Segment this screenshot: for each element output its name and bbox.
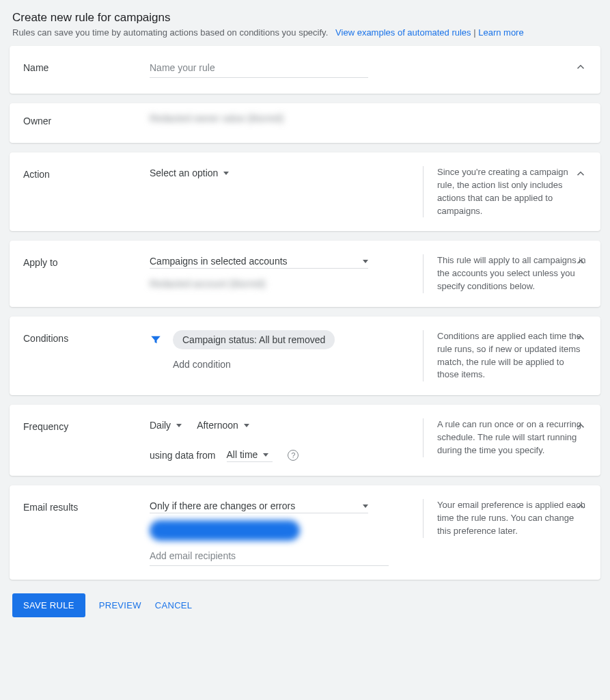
frequency-label: Frequency	[23, 418, 150, 432]
cancel-button[interactable]: CANCEL	[155, 600, 193, 610]
chevron-up-icon[interactable]	[574, 420, 587, 432]
footer-actions: SAVE RULE PREVIEW CANCEL	[10, 589, 600, 617]
email-pref-select[interactable]: Only if there are changes or errors	[150, 499, 368, 513]
card-action: Action Select an option Since you're cre…	[10, 152, 600, 231]
frequency-period-label: Daily	[150, 420, 171, 431]
link-learn-more[interactable]: Learn more	[478, 27, 523, 38]
frequency-time-label: Afternoon	[197, 420, 238, 431]
card-apply-to: Apply to Campaigns in selected accounts …	[10, 241, 600, 307]
caret-down-icon	[263, 453, 268, 457]
data-range-select[interactable]: All time	[227, 448, 273, 462]
link-view-examples[interactable]: View examples of automated rules	[335, 27, 471, 38]
chevron-up-icon[interactable]	[574, 332, 587, 344]
chevron-up-icon[interactable]	[574, 500, 587, 513]
subtitle-text: Rules can save you time by automating ac…	[12, 27, 328, 38]
conditions-help: Conditions are applied each time the rul…	[423, 330, 587, 381]
caret-down-icon	[363, 260, 368, 263]
email-pref-label: Only if there are changes or errors	[150, 500, 295, 511]
action-help: Since you're creating a campaign rule, t…	[423, 166, 587, 217]
email-help: Your email preference is applied each ti…	[423, 499, 587, 538]
apply-to-selected-value: Redacted account (blurred)	[150, 278, 266, 289]
chevron-up-icon[interactable]	[574, 167, 587, 180]
save-rule-button[interactable]: SAVE RULE	[12, 593, 85, 617]
caret-down-icon	[223, 172, 229, 175]
owner-value: Redacted owner value (blurred)	[150, 113, 283, 124]
chevron-up-icon[interactable]	[574, 61, 587, 73]
action-select-label: Select an option	[150, 167, 218, 178]
caret-down-icon	[244, 424, 249, 427]
name-label: Name	[23, 59, 150, 73]
caret-down-icon	[176, 424, 182, 427]
apply-to-help: This rule will apply to all campaigns in…	[423, 254, 587, 293]
condition-chip[interactable]: Campaign status: All but removed	[173, 330, 335, 349]
page-title: Create new rule for campaigns	[12, 11, 598, 25]
frequency-help: A rule can run once or on a recurring sc…	[423, 418, 587, 457]
using-data-from-label: using data from	[150, 450, 216, 461]
email-label: Email results	[23, 499, 150, 513]
add-condition-button[interactable]: Add condition	[173, 359, 409, 370]
card-owner: Owner Redacted owner value (blurred)	[10, 103, 600, 143]
conditions-label: Conditions	[23, 330, 150, 344]
action-label: Action	[23, 166, 150, 180]
card-email-results: Email results Only if there are changes …	[10, 485, 600, 580]
card-frequency: Frequency Daily Afternoon usi	[10, 405, 600, 476]
frequency-period-select[interactable]: Daily	[150, 418, 182, 433]
name-input[interactable]	[150, 59, 368, 78]
page-header: Create new rule for campaigns Rules can …	[10, 7, 600, 46]
owner-label: Owner	[23, 113, 150, 126]
chevron-up-icon[interactable]	[574, 256, 587, 268]
card-conditions: Conditions Campaign status: All but remo…	[10, 317, 600, 395]
email-recipients-input[interactable]	[150, 548, 389, 566]
data-range-label: All time	[227, 449, 258, 460]
apply-to-label: Apply to	[23, 254, 150, 268]
email-recipient-chip-blurred	[150, 520, 300, 541]
filter-icon	[150, 334, 162, 346]
apply-to-select-label: Campaigns in selected accounts	[150, 256, 288, 267]
apply-to-select[interactable]: Campaigns in selected accounts	[150, 254, 368, 269]
preview-button[interactable]: PREVIEW	[99, 600, 141, 610]
action-select[interactable]: Select an option	[150, 166, 229, 180]
card-name: Name	[10, 46, 600, 94]
frequency-time-select[interactable]: Afternoon	[197, 418, 249, 433]
caret-down-icon	[363, 504, 368, 508]
page-subtitle: Rules can save you time by automating ac…	[12, 27, 598, 38]
help-icon[interactable]: ?	[288, 450, 299, 461]
